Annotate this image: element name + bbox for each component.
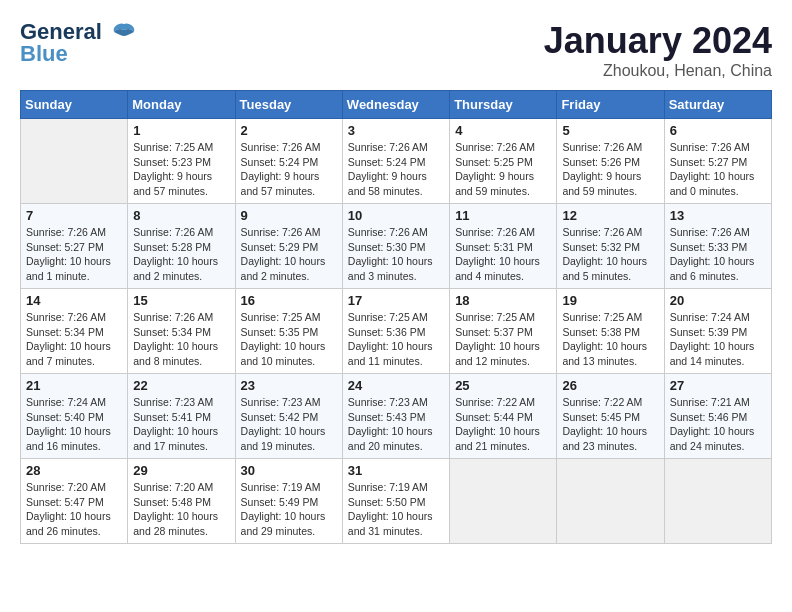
- day-number: 25: [455, 378, 551, 393]
- day-number: 9: [241, 208, 337, 223]
- day-number: 4: [455, 123, 551, 138]
- day-info: Sunrise: 7:25 AMSunset: 5:23 PMDaylight:…: [133, 140, 229, 199]
- calendar-cell: 16Sunrise: 7:25 AMSunset: 5:35 PMDayligh…: [235, 289, 342, 374]
- day-number: 5: [562, 123, 658, 138]
- day-info: Sunrise: 7:26 AMSunset: 5:34 PMDaylight:…: [26, 310, 122, 369]
- calendar-cell: 4Sunrise: 7:26 AMSunset: 5:25 PMDaylight…: [450, 119, 557, 204]
- day-number: 8: [133, 208, 229, 223]
- calendar-cell: 14Sunrise: 7:26 AMSunset: 5:34 PMDayligh…: [21, 289, 128, 374]
- day-number: 30: [241, 463, 337, 478]
- calendar-cell: 28Sunrise: 7:20 AMSunset: 5:47 PMDayligh…: [21, 459, 128, 544]
- day-number: 20: [670, 293, 766, 308]
- calendar-cell: [557, 459, 664, 544]
- day-info: Sunrise: 7:26 AMSunset: 5:29 PMDaylight:…: [241, 225, 337, 284]
- day-number: 23: [241, 378, 337, 393]
- calendar-week-row: 1Sunrise: 7:25 AMSunset: 5:23 PMDaylight…: [21, 119, 772, 204]
- logo: General Blue: [20, 20, 138, 66]
- day-info: Sunrise: 7:20 AMSunset: 5:47 PMDaylight:…: [26, 480, 122, 539]
- title-block: January 2024 Zhoukou, Henan, China: [544, 20, 772, 80]
- day-number: 7: [26, 208, 122, 223]
- calendar-cell: [450, 459, 557, 544]
- weekday-header: Wednesday: [342, 91, 449, 119]
- calendar-week-row: 14Sunrise: 7:26 AMSunset: 5:34 PMDayligh…: [21, 289, 772, 374]
- calendar-cell: 21Sunrise: 7:24 AMSunset: 5:40 PMDayligh…: [21, 374, 128, 459]
- day-info: Sunrise: 7:26 AMSunset: 5:27 PMDaylight:…: [26, 225, 122, 284]
- day-number: 13: [670, 208, 766, 223]
- calendar-cell: 29Sunrise: 7:20 AMSunset: 5:48 PMDayligh…: [128, 459, 235, 544]
- day-info: Sunrise: 7:19 AMSunset: 5:50 PMDaylight:…: [348, 480, 444, 539]
- day-info: Sunrise: 7:21 AMSunset: 5:46 PMDaylight:…: [670, 395, 766, 454]
- day-number: 26: [562, 378, 658, 393]
- day-info: Sunrise: 7:23 AMSunset: 5:42 PMDaylight:…: [241, 395, 337, 454]
- day-info: Sunrise: 7:26 AMSunset: 5:33 PMDaylight:…: [670, 225, 766, 284]
- day-number: 27: [670, 378, 766, 393]
- weekday-header: Monday: [128, 91, 235, 119]
- day-number: 11: [455, 208, 551, 223]
- day-info: Sunrise: 7:22 AMSunset: 5:44 PMDaylight:…: [455, 395, 551, 454]
- day-info: Sunrise: 7:25 AMSunset: 5:38 PMDaylight:…: [562, 310, 658, 369]
- calendar-cell: 6Sunrise: 7:26 AMSunset: 5:27 PMDaylight…: [664, 119, 771, 204]
- calendar-cell: 8Sunrise: 7:26 AMSunset: 5:28 PMDaylight…: [128, 204, 235, 289]
- day-info: Sunrise: 7:25 AMSunset: 5:37 PMDaylight:…: [455, 310, 551, 369]
- day-number: 1: [133, 123, 229, 138]
- calendar-week-row: 21Sunrise: 7:24 AMSunset: 5:40 PMDayligh…: [21, 374, 772, 459]
- day-info: Sunrise: 7:26 AMSunset: 5:26 PMDaylight:…: [562, 140, 658, 199]
- calendar-subtitle: Zhoukou, Henan, China: [544, 62, 772, 80]
- day-number: 21: [26, 378, 122, 393]
- day-info: Sunrise: 7:26 AMSunset: 5:28 PMDaylight:…: [133, 225, 229, 284]
- weekday-header: Saturday: [664, 91, 771, 119]
- calendar-week-row: 28Sunrise: 7:20 AMSunset: 5:47 PMDayligh…: [21, 459, 772, 544]
- day-info: Sunrise: 7:26 AMSunset: 5:24 PMDaylight:…: [348, 140, 444, 199]
- logo-bird-icon: [110, 22, 138, 44]
- calendar-body: 1Sunrise: 7:25 AMSunset: 5:23 PMDaylight…: [21, 119, 772, 544]
- day-info: Sunrise: 7:20 AMSunset: 5:48 PMDaylight:…: [133, 480, 229, 539]
- calendar-cell: 9Sunrise: 7:26 AMSunset: 5:29 PMDaylight…: [235, 204, 342, 289]
- calendar-week-row: 7Sunrise: 7:26 AMSunset: 5:27 PMDaylight…: [21, 204, 772, 289]
- calendar-cell: 17Sunrise: 7:25 AMSunset: 5:36 PMDayligh…: [342, 289, 449, 374]
- day-info: Sunrise: 7:26 AMSunset: 5:25 PMDaylight:…: [455, 140, 551, 199]
- day-info: Sunrise: 7:23 AMSunset: 5:43 PMDaylight:…: [348, 395, 444, 454]
- calendar-cell: 31Sunrise: 7:19 AMSunset: 5:50 PMDayligh…: [342, 459, 449, 544]
- calendar-cell: 11Sunrise: 7:26 AMSunset: 5:31 PMDayligh…: [450, 204, 557, 289]
- day-info: Sunrise: 7:26 AMSunset: 5:27 PMDaylight:…: [670, 140, 766, 199]
- calendar-cell: 12Sunrise: 7:26 AMSunset: 5:32 PMDayligh…: [557, 204, 664, 289]
- day-number: 12: [562, 208, 658, 223]
- day-info: Sunrise: 7:26 AMSunset: 5:31 PMDaylight:…: [455, 225, 551, 284]
- calendar-cell: 26Sunrise: 7:22 AMSunset: 5:45 PMDayligh…: [557, 374, 664, 459]
- calendar-cell: 7Sunrise: 7:26 AMSunset: 5:27 PMDaylight…: [21, 204, 128, 289]
- calendar-cell: 13Sunrise: 7:26 AMSunset: 5:33 PMDayligh…: [664, 204, 771, 289]
- day-number: 10: [348, 208, 444, 223]
- calendar-cell: 1Sunrise: 7:25 AMSunset: 5:23 PMDaylight…: [128, 119, 235, 204]
- weekday-header: Tuesday: [235, 91, 342, 119]
- calendar-cell: 20Sunrise: 7:24 AMSunset: 5:39 PMDayligh…: [664, 289, 771, 374]
- day-number: 19: [562, 293, 658, 308]
- weekday-row: SundayMondayTuesdayWednesdayThursdayFrid…: [21, 91, 772, 119]
- weekday-header: Friday: [557, 91, 664, 119]
- day-info: Sunrise: 7:23 AMSunset: 5:41 PMDaylight:…: [133, 395, 229, 454]
- calendar-cell: 30Sunrise: 7:19 AMSunset: 5:49 PMDayligh…: [235, 459, 342, 544]
- logo-blue-text: Blue: [20, 42, 138, 66]
- calendar-cell: 2Sunrise: 7:26 AMSunset: 5:24 PMDaylight…: [235, 119, 342, 204]
- day-number: 2: [241, 123, 337, 138]
- day-info: Sunrise: 7:24 AMSunset: 5:39 PMDaylight:…: [670, 310, 766, 369]
- day-number: 14: [26, 293, 122, 308]
- day-number: 31: [348, 463, 444, 478]
- calendar-cell: 5Sunrise: 7:26 AMSunset: 5:26 PMDaylight…: [557, 119, 664, 204]
- day-info: Sunrise: 7:26 AMSunset: 5:32 PMDaylight:…: [562, 225, 658, 284]
- calendar-header: SundayMondayTuesdayWednesdayThursdayFrid…: [21, 91, 772, 119]
- day-number: 16: [241, 293, 337, 308]
- day-number: 3: [348, 123, 444, 138]
- calendar-cell: [21, 119, 128, 204]
- day-info: Sunrise: 7:25 AMSunset: 5:35 PMDaylight:…: [241, 310, 337, 369]
- calendar-cell: 23Sunrise: 7:23 AMSunset: 5:42 PMDayligh…: [235, 374, 342, 459]
- page-header: General Blue January 2024 Zhoukou, Henan…: [20, 20, 772, 80]
- calendar-cell: 22Sunrise: 7:23 AMSunset: 5:41 PMDayligh…: [128, 374, 235, 459]
- calendar-cell: 19Sunrise: 7:25 AMSunset: 5:38 PMDayligh…: [557, 289, 664, 374]
- calendar-cell: 3Sunrise: 7:26 AMSunset: 5:24 PMDaylight…: [342, 119, 449, 204]
- calendar-cell: 24Sunrise: 7:23 AMSunset: 5:43 PMDayligh…: [342, 374, 449, 459]
- calendar-cell: 27Sunrise: 7:21 AMSunset: 5:46 PMDayligh…: [664, 374, 771, 459]
- day-info: Sunrise: 7:22 AMSunset: 5:45 PMDaylight:…: [562, 395, 658, 454]
- weekday-header: Thursday: [450, 91, 557, 119]
- weekday-header: Sunday: [21, 91, 128, 119]
- calendar-cell: 18Sunrise: 7:25 AMSunset: 5:37 PMDayligh…: [450, 289, 557, 374]
